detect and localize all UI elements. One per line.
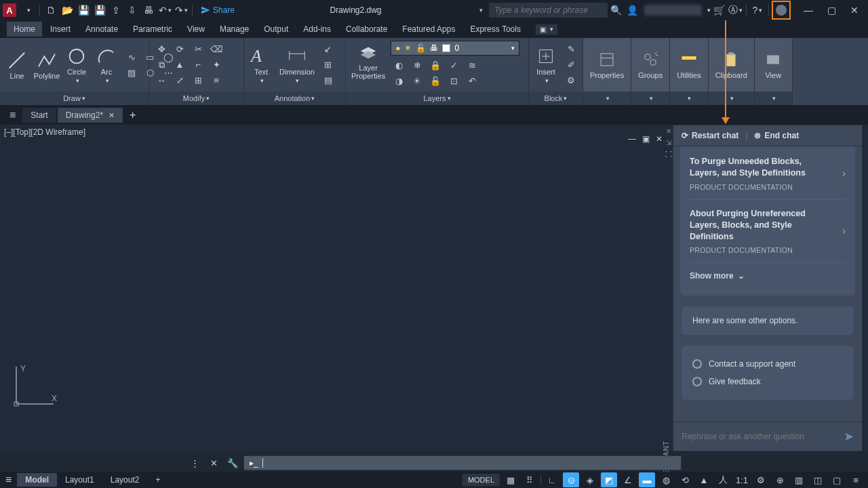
user-icon[interactable]: 👤 bbox=[624, 2, 640, 18]
tool-fillet[interactable]: ⌐ bbox=[190, 58, 206, 72]
viewport-label[interactable]: [–][Top][2D Wireframe] bbox=[4, 127, 85, 137]
tool-move[interactable]: ✥ bbox=[153, 43, 170, 56]
layer-previous[interactable]: ↶ bbox=[464, 74, 480, 87]
tool-array[interactable]: ⊞ bbox=[190, 74, 206, 87]
panel-block-title[interactable]: Block ▾ bbox=[529, 92, 583, 105]
add-layout-icon[interactable]: + bbox=[147, 473, 168, 487]
cart-icon[interactable]: 🛒 bbox=[711, 2, 727, 18]
new-icon[interactable]: 🗋 bbox=[43, 2, 59, 18]
tab-view[interactable]: View bbox=[180, 22, 212, 37]
assistant-icon-highlight[interactable] bbox=[772, 1, 791, 20]
status-annoauto-icon[interactable]: 人 bbox=[715, 472, 731, 487]
layer-freeze[interactable]: ❄ bbox=[409, 58, 425, 72]
tab-flag[interactable]: ▣ ▾ bbox=[536, 24, 557, 35]
title-caret[interactable]: ▾ bbox=[473, 2, 489, 18]
undo-icon[interactable]: ↶▾ bbox=[157, 2, 173, 18]
tab-addins[interactable]: Add-ins bbox=[296, 22, 338, 37]
layer-unlock[interactable]: 🔓 bbox=[427, 74, 443, 87]
layer-dropdown[interactable]: ●☀🔓🖶 0 ▾ bbox=[391, 41, 519, 56]
tool-scale[interactable]: ⤢ bbox=[172, 74, 188, 87]
status-ws-icon[interactable]: ⚙ bbox=[753, 472, 769, 487]
tab-output[interactable]: Output bbox=[257, 22, 295, 37]
saveas-icon[interactable]: 💾 bbox=[92, 2, 108, 18]
panel-view-btn[interactable]: View bbox=[755, 38, 792, 92]
status-model[interactable]: MODEL bbox=[462, 474, 500, 486]
assistant-body[interactable]: To Purge Unneeded Blocks, Layers, and St… bbox=[673, 146, 862, 422]
status-hwacc-icon[interactable]: ▥ bbox=[791, 472, 807, 487]
layer-isolate[interactable]: ⊡ bbox=[446, 74, 462, 87]
layer-on[interactable]: ◑ bbox=[391, 74, 407, 87]
layout-tab-2[interactable]: Layout2 bbox=[102, 473, 148, 487]
status-custom-icon[interactable]: ≡ bbox=[848, 472, 864, 487]
close-button[interactable]: ✕ bbox=[844, 2, 865, 18]
status-transp-icon[interactable]: ◍ bbox=[658, 472, 674, 487]
help-icon[interactable]: ?▾ bbox=[749, 2, 766, 18]
status-isolate-icon[interactable]: ◫ bbox=[810, 472, 826, 487]
tool-table[interactable]: ⊞ bbox=[320, 58, 336, 72]
tab-home[interactable]: Home bbox=[7, 22, 42, 37]
doc-result-1[interactable]: To Purge Unneeded Blocks, Layers, and St… bbox=[690, 148, 846, 200]
tool-stretch[interactable]: ↔ bbox=[153, 74, 170, 87]
command-input[interactable]: ▸_ bbox=[243, 455, 682, 470]
block-attr[interactable]: ⚙ bbox=[563, 74, 579, 87]
tab-start[interactable]: Start bbox=[22, 108, 56, 123]
tool-trim[interactable]: ✂ bbox=[190, 43, 206, 56]
status-polar-icon[interactable]: ⊙ bbox=[563, 472, 579, 487]
tool-spline[interactable]: ∿ bbox=[123, 50, 140, 64]
layout-tab-model[interactable]: Model bbox=[17, 473, 57, 487]
drawing-restore[interactable]: ▣ bbox=[640, 134, 651, 144]
panel-view-expand[interactable]: ▾ bbox=[755, 92, 792, 105]
tool-mtext[interactable]: ▤ bbox=[320, 74, 336, 87]
tool-copy[interactable]: ⧉ bbox=[153, 58, 170, 72]
minimize-button[interactable]: ― bbox=[797, 2, 819, 18]
status-annomon-icon[interactable]: ▲ bbox=[696, 472, 712, 487]
layer-match[interactable]: ≋ bbox=[464, 58, 480, 72]
send-icon[interactable]: ➤ bbox=[844, 429, 854, 444]
tool-insert-block[interactable]: Insert▾ bbox=[533, 45, 559, 85]
status-ortho-icon[interactable]: ∟ bbox=[544, 472, 560, 487]
app-store-icon[interactable]: Ⓐ▾ bbox=[727, 2, 743, 18]
save-icon[interactable]: 💾 bbox=[75, 2, 92, 18]
layer-lock[interactable]: 🔒 bbox=[427, 58, 443, 72]
status-clean-icon[interactable]: ▢ bbox=[829, 472, 845, 487]
panel-utilities-expand[interactable]: ▾ bbox=[670, 92, 707, 105]
block-create[interactable]: ✎ bbox=[563, 43, 579, 56]
new-tab-icon[interactable]: + bbox=[124, 109, 141, 121]
tool-offset[interactable]: ≡ bbox=[208, 74, 224, 87]
panel-modify-title[interactable]: Modify ▾ bbox=[149, 92, 243, 105]
drawing-minimize[interactable]: ― bbox=[627, 134, 637, 144]
cmdline-recent-icon[interactable]: ⋮ bbox=[186, 456, 203, 470]
tab-drawing2[interactable]: Drawing2* ✕ bbox=[58, 108, 123, 123]
panel-groups-expand[interactable]: ▾ bbox=[631, 92, 669, 105]
tab-express[interactable]: Express Tools bbox=[463, 22, 527, 37]
tool-rotate[interactable]: ⟳ bbox=[172, 43, 188, 56]
restart-chat-button[interactable]: ⟳ Restart chat bbox=[682, 131, 738, 140]
block-edit[interactable]: ✐ bbox=[563, 58, 579, 72]
panel-groups-btn[interactable]: Groups bbox=[631, 38, 669, 92]
show-more-button[interactable]: Show more ⌄ bbox=[690, 263, 846, 291]
panel-utilities-btn[interactable]: Utilities bbox=[670, 38, 707, 92]
redo-icon[interactable]: ↷▾ bbox=[173, 2, 189, 18]
app-menu-caret[interactable]: ▾ bbox=[20, 2, 37, 18]
panel-properties-expand[interactable]: ▾ bbox=[583, 92, 631, 105]
assistant-input[interactable] bbox=[682, 432, 837, 441]
tool-mirror[interactable]: ▲ bbox=[172, 58, 188, 72]
plot-icon[interactable]: 🖶 bbox=[140, 2, 157, 18]
cmdline-close-icon[interactable]: ✕ bbox=[205, 456, 222, 470]
status-snap-icon[interactable]: ⠿ bbox=[521, 472, 538, 487]
status-otrack-icon[interactable]: ∠ bbox=[620, 472, 636, 487]
open-icon[interactable]: 📂 bbox=[59, 2, 75, 18]
tool-arc[interactable]: Arc▾ bbox=[94, 45, 119, 85]
layout-tab-1[interactable]: Layout1 bbox=[57, 473, 102, 487]
panel-annotation-title[interactable]: Annotation ▾ bbox=[244, 92, 345, 105]
option-give-feedback[interactable]: Give feedback bbox=[692, 373, 843, 390]
layer-thaw[interactable]: ☀ bbox=[409, 74, 425, 87]
panel-clipboard-expand[interactable]: ▾ bbox=[709, 92, 754, 105]
tab-parametric[interactable]: Parametric bbox=[126, 22, 179, 37]
file-tabs-menu-icon[interactable]: ≡ bbox=[4, 109, 21, 121]
save-web-icon[interactable]: ⇩ bbox=[124, 2, 140, 18]
tool-leader[interactable]: ↙ bbox=[320, 43, 336, 56]
tool-layer-properties[interactable]: Layer Properties bbox=[350, 41, 387, 81]
tool-circle[interactable]: Circle▾ bbox=[64, 45, 90, 85]
assistant-expand-icon[interactable]: ⛶ bbox=[665, 150, 672, 158]
